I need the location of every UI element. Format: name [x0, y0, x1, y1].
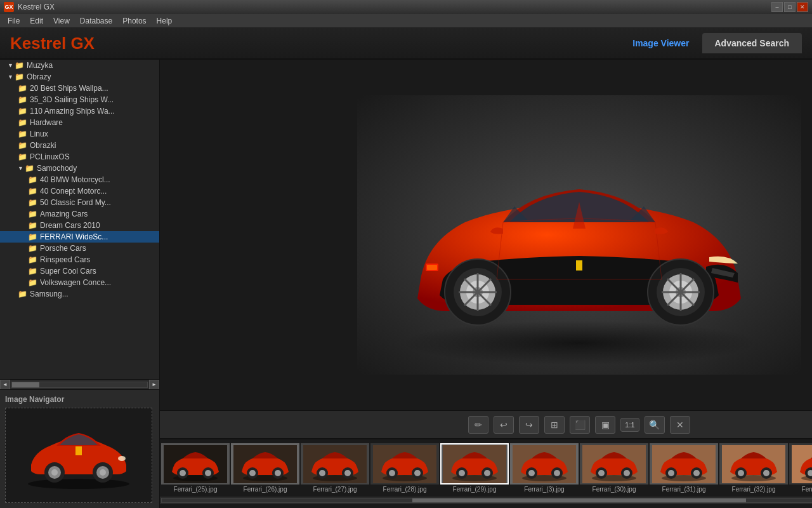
- tree-item[interactable]: 📁Volkswagen Conce...: [0, 277, 159, 288]
- fullscreen-button[interactable]: ▣: [595, 416, 615, 434]
- film-item[interactable]: Ferrari_(29).jpg: [440, 443, 509, 493]
- svg-point-50: [344, 470, 351, 476]
- film-item[interactable]: Ferrari_(26).jpg: [231, 443, 299, 493]
- tree-item-label: Porsche Cars: [40, 244, 86, 253]
- svg-point-48: [319, 470, 325, 476]
- tree-item[interactable]: 📁Hardware: [0, 117, 159, 128]
- undo-button[interactable]: ↩: [494, 416, 514, 434]
- tab-image-viewer[interactable]: Image Viewer: [620, 33, 702, 53]
- tree-item[interactable]: ▼📁Samochody: [0, 163, 159, 174]
- folder-icon: 📁: [18, 290, 27, 298]
- tree-item-label: Amazing Cars: [40, 210, 88, 218]
- film-label: Ferrari_(26).jpg: [231, 486, 299, 493]
- expand-icon[interactable]: ▼: [8, 74, 13, 80]
- menu-item-photos[interactable]: Photos: [117, 15, 151, 27]
- tree-item[interactable]: 📁Samsung...: [0, 288, 159, 300]
- minimize-button[interactable]: –: [771, 2, 783, 12]
- film-item[interactable]: Ferrari_(30).jpg: [580, 443, 648, 493]
- tree-item-label: 35_3D Sailing Ships W...: [30, 95, 114, 104]
- expand-icon[interactable]: ▼: [18, 165, 23, 171]
- image-viewer: [160, 60, 812, 410]
- menu-item-file[interactable]: File: [3, 15, 25, 27]
- hscroll-thumb: [12, 382, 39, 387]
- redo-button[interactable]: ↪: [519, 416, 539, 434]
- pencil-tool[interactable]: ✏: [468, 416, 488, 434]
- tree-item[interactable]: 📁35_3D Sailing Ships W...: [0, 94, 159, 105]
- tree-item[interactable]: 📁Linux: [0, 128, 159, 140]
- filmstrip-scroll-track[interactable]: [161, 498, 812, 503]
- svg-rect-9: [75, 446, 82, 455]
- filmstrip-scrollbar: [160, 497, 812, 504]
- film-item[interactable]: Ferrari_(25).jpg: [161, 443, 230, 493]
- close-viewer-button[interactable]: ✕: [670, 416, 690, 434]
- tree-item[interactable]: ▼📁Muzyka: [0, 60, 159, 71]
- folder-icon: 📁: [28, 244, 37, 253]
- menu-item-edit[interactable]: Edit: [25, 15, 48, 27]
- menu-item-database[interactable]: Database: [75, 15, 117, 27]
- tree-item-label: 40 Conept Motorc...: [40, 187, 107, 196]
- film-item[interactable]: Ferrari_(27).jpg: [301, 443, 369, 493]
- svg-point-11: [402, 321, 757, 365]
- tree-item[interactable]: 📁110 Amazing Ships Wa...: [0, 105, 159, 117]
- svg-point-38: [205, 470, 211, 476]
- sidebar: ▼📁Muzyka▼📁Obrazy📁20 Best Ships Wallpa...…: [0, 60, 160, 508]
- svg-point-74: [624, 470, 630, 476]
- tab-advanced-search[interactable]: Advanced Search: [702, 33, 802, 53]
- main-layout: ▼📁Muzyka▼📁Obrazy📁20 Best Ships Wallpa...…: [0, 60, 812, 508]
- tree-item[interactable]: 📁Porsche Cars: [0, 243, 159, 254]
- film-thumb: [580, 443, 648, 485]
- hscroll-right[interactable]: ►: [149, 380, 159, 390]
- ratio-label[interactable]: 1:1: [620, 418, 639, 432]
- hscroll-left[interactable]: ◄: [0, 380, 10, 390]
- folder-icon: 📁: [18, 141, 27, 150]
- tree-item[interactable]: 📁40 Conept Motorc...: [0, 185, 159, 197]
- close-button[interactable]: ✕: [797, 2, 808, 12]
- tree-hscroll: ◄ ►: [0, 379, 159, 389]
- svg-point-84: [738, 470, 744, 476]
- svg-point-68: [554, 470, 560, 476]
- folder-icon: 📁: [18, 152, 27, 161]
- expand-icon[interactable]: ▼: [8, 62, 13, 69]
- folder-icon: 📁: [28, 175, 37, 184]
- film-item[interactable]: Ferrari_(33).jpg: [789, 443, 812, 493]
- tree-item[interactable]: 📁Rinspeed Cars: [0, 254, 159, 265]
- film-thumb: [789, 443, 812, 485]
- folder-icon: 📁: [28, 187, 37, 196]
- app-header: Kestrel GX Image Viewer Advanced Search: [0, 28, 812, 60]
- maximize-button[interactable]: □: [784, 2, 796, 12]
- folder-icon: 📁: [28, 210, 37, 218]
- file-tree[interactable]: ▼📁Muzyka▼📁Obrazy📁20 Best Ships Wallpa...…: [0, 60, 159, 379]
- tree-item[interactable]: 📁50 Classic Ford My...: [0, 197, 159, 208]
- window-title: Kestrel GX: [18, 3, 771, 11]
- filmstrip: Ferrari_(25).jpg Ferrari_(26).jpg Ferrar…: [160, 439, 812, 497]
- tree-item[interactable]: 📁PCLinuxOS: [0, 151, 159, 163]
- film-item[interactable]: Ferrari_(3).jpg: [510, 443, 579, 493]
- tree-item[interactable]: 📁Obrazki: [0, 140, 159, 151]
- folder-icon: 📁: [28, 267, 37, 276]
- tree-item-label: 110 Amazing Ships Wa...: [30, 107, 115, 116]
- film-item[interactable]: Ferrari_(28).jpg: [370, 443, 439, 493]
- tree-item[interactable]: ▼📁Obrazy: [0, 71, 159, 83]
- menu-item-view[interactable]: View: [48, 15, 75, 27]
- fit-button[interactable]: ⊞: [544, 416, 565, 434]
- tree-item-label: 50 Classic Ford My...: [40, 198, 111, 207]
- film-label: Ferrari_(29).jpg: [440, 486, 509, 493]
- film-item[interactable]: Ferrari_(31).jpg: [650, 443, 718, 493]
- folder-icon: 📁: [18, 95, 27, 104]
- tree-item[interactable]: 📁Amazing Cars: [0, 208, 159, 220]
- zoom-button[interactable]: 🔍: [645, 416, 665, 434]
- tree-item-label: 40 BMW Motorcycl...: [40, 175, 110, 184]
- tree-item[interactable]: 📁Super Cool Cars: [0, 265, 159, 277]
- tree-item-label: Super Cool Cars: [40, 267, 96, 276]
- app-logo: Kestrel GX: [10, 34, 95, 53]
- monitor-button[interactable]: ⬛: [570, 416, 590, 434]
- film-item[interactable]: Ferrari_(32).jpg: [719, 443, 788, 493]
- tree-item[interactable]: 📁40 BMW Motorcycl...: [0, 174, 159, 185]
- tree-item[interactable]: 📁Dream Cars 2010: [0, 220, 159, 231]
- folder-icon: 📁: [28, 278, 37, 287]
- tree-item[interactable]: 📁FERRARI WideSc...: [0, 231, 159, 243]
- tree-item[interactable]: 📁20 Best Ships Wallpa...: [0, 83, 159, 94]
- film-thumb: [370, 443, 439, 485]
- menu-item-help[interactable]: Help: [152, 15, 178, 27]
- header-tabs: Image Viewer Advanced Search: [620, 33, 802, 53]
